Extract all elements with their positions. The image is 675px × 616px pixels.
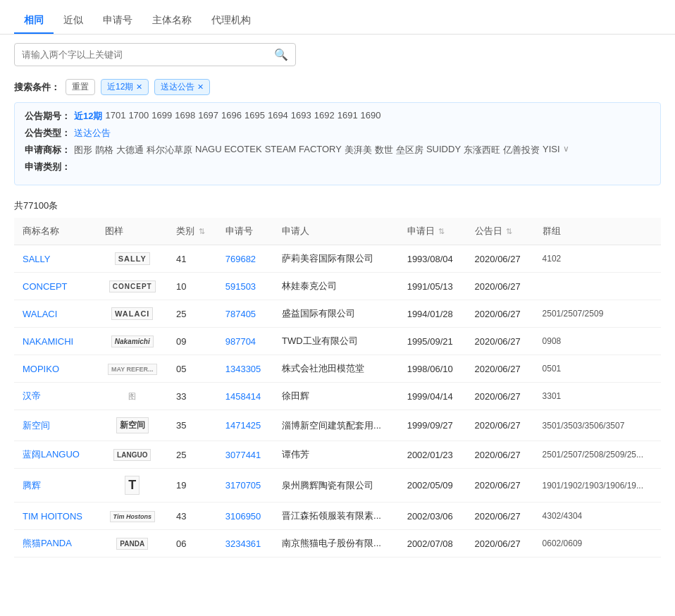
condition-category-row: 申请类别： <box>25 161 650 173</box>
filter-bar: 搜索条件： 重置 近12期 ✕ 送达公告 ✕ <box>0 75 675 102</box>
reset-button[interactable]: 重置 <box>66 79 95 95</box>
tm-4[interactable]: NAGU ECOTEK <box>195 144 262 156</box>
cell-appno: 1458414 <box>217 383 273 410</box>
nav-item-similar[interactable]: 近似 <box>54 8 93 34</box>
brand-name-link[interactable]: 蓝阔LANGUO <box>23 449 80 460</box>
nav-item-same[interactable]: 相同 <box>14 8 54 34</box>
cell-name: 蓝阔LANGUO <box>14 441 97 469</box>
period-1699[interactable]: 1699 <box>151 110 172 123</box>
cell-pubdate: 2020/06/27 <box>466 355 534 383</box>
period-1690[interactable]: 1690 <box>361 110 381 123</box>
nav-item-subject[interactable]: 主体名称 <box>142 8 202 34</box>
col-header-applicant: 申请人 <box>273 218 399 245</box>
col-header-name: 商标名称 <box>14 218 97 245</box>
cell-applicant: 萨莉美容国际有限公司 <box>273 245 399 273</box>
cell-logo: Tim Hostons <box>97 503 168 530</box>
tm-7[interactable]: 数世 <box>375 144 393 156</box>
tm-1[interactable]: 鹊格 <box>95 144 113 156</box>
app-no-link[interactable]: 787405 <box>225 309 256 319</box>
logo-text: 新空间 <box>116 417 149 433</box>
table-row: 新空间 新空间 35 1471425 淄博新空间建筑配套用... 1999/09… <box>14 410 661 441</box>
appdate-sort-icon[interactable]: ⇅ <box>438 227 445 235</box>
app-no-link[interactable]: 3234361 <box>225 538 261 549</box>
tm-2[interactable]: 大德通 <box>116 144 144 156</box>
cell-appdate: 1995/09/21 <box>399 328 466 355</box>
table-row: 汉帝 图 33 1458414 徐田辉 1999/04/14 2020/06/2… <box>14 383 661 410</box>
tm-6[interactable]: 美湃美 <box>345 144 372 156</box>
logo-text: LANGUO <box>113 449 151 461</box>
period-1691[interactable]: 1691 <box>338 110 358 123</box>
period-1698[interactable]: 1698 <box>175 110 195 123</box>
app-no-link[interactable]: 3077441 <box>225 450 261 460</box>
app-no-link[interactable]: 1343305 <box>225 364 261 374</box>
brand-name-link[interactable]: 熊猫PANDA <box>23 538 72 548</box>
pubdate-sort-icon[interactable]: ⇅ <box>506 227 512 235</box>
search-icon[interactable]: 🔍 <box>274 48 288 61</box>
period-1696[interactable]: 1696 <box>221 110 242 123</box>
cell-group: 0908 <box>534 328 661 355</box>
tm-10[interactable]: 东涨西旺 <box>464 144 500 156</box>
brand-name-link[interactable]: WALACI <box>23 309 57 319</box>
filter-tag-type-close[interactable]: ✕ <box>197 82 204 92</box>
brand-name-link[interactable]: 汉帝 <box>23 390 41 401</box>
brand-name-link[interactable]: CONCEPT <box>23 281 68 292</box>
cell-group <box>534 273 661 300</box>
search-input[interactable] <box>22 49 274 60</box>
brand-name-link[interactable]: NAKAMICHI <box>23 336 73 347</box>
tm-9[interactable]: SUIDDY <box>426 144 461 156</box>
expand-trademarks-button[interactable]: ∨ <box>563 144 569 156</box>
period-1700[interactable]: 1700 <box>128 110 149 123</box>
filter-tag-period-close[interactable]: ✕ <box>136 82 142 92</box>
search-area: 🔍 <box>0 35 675 75</box>
tm-0[interactable]: 图形 <box>74 144 92 156</box>
period-1701[interactable]: 1701 <box>105 110 125 123</box>
filter-tag-type[interactable]: 送达公告 ✕ <box>154 79 210 95</box>
filter-tag-period[interactable]: 近12期 ✕ <box>101 79 149 95</box>
period-1695[interactable]: 1695 <box>244 110 265 123</box>
brand-name-link[interactable]: MOPIKO <box>23 364 59 374</box>
app-no-link[interactable]: 591503 <box>225 281 256 292</box>
app-no-link[interactable]: 1471425 <box>225 420 261 431</box>
cell-appno: 787405 <box>217 300 273 328</box>
period-1697[interactable]: 1697 <box>198 110 218 123</box>
cell-appno: 1471425 <box>217 410 273 441</box>
condition-trademark-row: 申请商标： 图形 鹊格 大德通 科尔沁草原 NAGU ECOTEK STEAM … <box>25 144 650 156</box>
class-sort-icon[interactable]: ⇅ <box>199 227 205 235</box>
total-count: 共77100条 <box>0 194 675 218</box>
app-no-link[interactable]: 769682 <box>225 254 256 264</box>
cell-appdate: 1993/08/04 <box>399 245 466 273</box>
table-header-row: 商标名称 图样 类别 ⇅ 申请号 申请人 申请日 ⇅ 公告日 ⇅ 群组 <box>14 218 661 245</box>
cell-group: 4102 <box>534 245 661 273</box>
cell-logo: SALLY <box>97 245 168 273</box>
cell-appdate: 1998/06/10 <box>399 355 466 383</box>
period-1692[interactable]: 1692 <box>314 110 335 123</box>
cell-applicant: 晋江森拓领服装有限素... <box>273 503 399 530</box>
app-no-link[interactable]: 3170705 <box>225 480 261 491</box>
tm-12[interactable]: YISI <box>543 144 560 156</box>
app-no-link[interactable]: 987704 <box>225 336 256 347</box>
tm-5[interactable]: STEAM FACTORY <box>265 144 342 156</box>
filter-label: 搜索条件： <box>14 81 60 94</box>
app-no-link[interactable]: 3106950 <box>225 511 261 522</box>
brand-name-link[interactable]: SALLY <box>23 254 51 264</box>
app-no-link[interactable]: 1458414 <box>225 391 261 402</box>
period-1694[interactable]: 1694 <box>268 110 288 123</box>
brand-name-link[interactable]: 新空间 <box>23 420 50 431</box>
condition-type-val[interactable]: 送达公告 <box>74 127 111 140</box>
cell-appdate: 2002/03/06 <box>399 503 466 530</box>
cell-applicant: 林娃泰克公司 <box>273 273 399 300</box>
brand-name-link[interactable]: TIM HOITONS <box>23 511 82 522</box>
condition-period-values: 近12期 1701 1700 1699 1698 1697 1696 1695 … <box>74 110 650 123</box>
tm-3[interactable]: 科尔沁草原 <box>147 144 192 156</box>
period-active[interactable]: 近12期 <box>74 110 102 123</box>
tm-11[interactable]: 亿善投资 <box>503 144 540 156</box>
cell-class: 43 <box>168 503 217 530</box>
period-1693[interactable]: 1693 <box>291 110 311 123</box>
tm-8[interactable]: 垒区房 <box>396 144 423 156</box>
nav-item-agency[interactable]: 代理机构 <box>202 8 261 34</box>
nav-item-appno[interactable]: 申请号 <box>93 8 142 34</box>
cell-applicant: 淄博新空间建筑配套用... <box>273 410 399 441</box>
brand-name-link[interactable]: 腾辉 <box>23 480 41 491</box>
col-header-logo: 图样 <box>97 218 168 245</box>
cell-name: 腾辉 <box>14 469 97 503</box>
